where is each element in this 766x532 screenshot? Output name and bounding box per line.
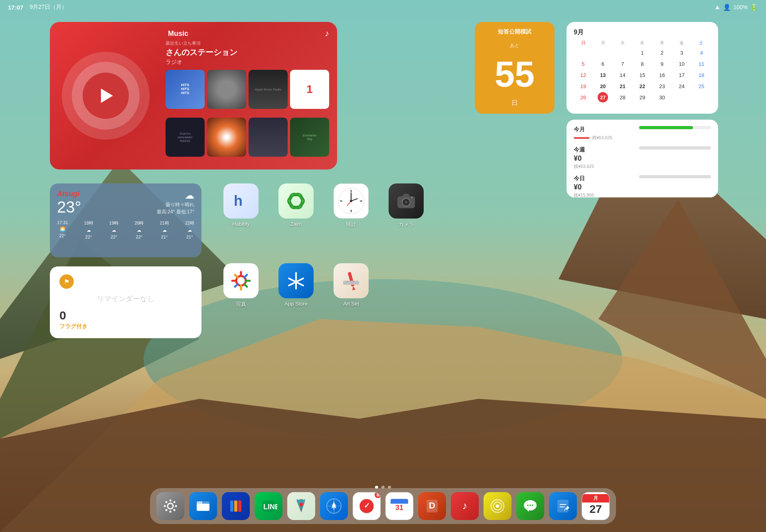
svg-rect-57 — [197, 501, 202, 504]
cal-cell: 1 — [637, 47, 648, 58]
dock-dict[interactable]: D — [418, 492, 446, 520]
gcal-icon: 31 — [389, 496, 410, 516]
cal-cell: 22 — [637, 81, 648, 91]
cal-cell: 12 — [578, 70, 588, 80]
dock-gcal[interactable]: 31 — [385, 492, 413, 520]
cal-cell: 5 — [578, 59, 588, 69]
station-3[interactable]: Apple Music Radio — [249, 70, 288, 109]
weather-h1-icon: ☁ — [87, 228, 91, 233]
app-artset[interactable]: Art Set — [334, 263, 369, 308]
calendar-widget[interactable]: 9月 日 月火水木金 土 1 2 3 4 5 6 7 8 9 10 11 12 … — [567, 22, 718, 114]
dock-files[interactable] — [189, 492, 217, 520]
cal-cell: 25 — [696, 81, 707, 91]
svg-point-50 — [175, 505, 177, 507]
files-icon — [194, 497, 212, 515]
station-1[interactable]: HITSHITSHITS — [166, 70, 205, 109]
app-row-1: h Habitify Zaim — [223, 183, 424, 228]
music-player-visual — [50, 22, 162, 169]
dock-messages[interactable] — [516, 492, 544, 520]
photos-label: 写真 — [236, 301, 246, 308]
music-station-title: さんのステーション — [166, 47, 329, 58]
countdown-number: 55 — [495, 56, 535, 92]
finance-month-label: 今月 — [574, 126, 612, 133]
station-8[interactable]: EnchanteSky — [290, 118, 329, 157]
music-subtitle: 最近生い立ち事項 — [166, 40, 329, 46]
svg-point-49 — [164, 505, 166, 507]
app-habitify[interactable]: h Habitify — [223, 183, 259, 228]
finance-month-remaining: 残¥63,625 — [592, 135, 612, 141]
person-icon: 👤 — [723, 4, 731, 11]
svg-point-26 — [405, 201, 407, 203]
svg-point-51 — [166, 501, 168, 503]
svg-point-46 — [168, 503, 173, 509]
reminders-widget[interactable]: ⚑ リマインダーなし 0 フラグ付き — [50, 266, 201, 338]
dock-goodtime[interactable] — [484, 492, 511, 520]
app-photos[interactable]: 写真 — [223, 263, 259, 308]
dock-music[interactable]: ♪ — [451, 492, 479, 520]
dict-icon: D — [423, 497, 441, 515]
finance-widget[interactable]: 今月 残¥63,625 今週 ¥0 残¥63,625 今日 ¥0 — [567, 120, 718, 197]
weather-info: Atsugi 23° ☁ 曇り時々晴れ最高:24° 最低:17° — [57, 190, 194, 216]
app-clock[interactable]: 時計 — [334, 183, 369, 228]
countdown-unit: 日 — [511, 99, 518, 107]
app-row-2: 写真 App Store Art Set — [223, 263, 369, 308]
app-camera[interactable]: カメラ — [389, 183, 424, 228]
svg-line-33 — [235, 275, 238, 278]
dock-goodnotes[interactable] — [549, 492, 577, 520]
finance-week-amount: ¥0 — [574, 154, 594, 163]
weather-h2-temp: 22° — [111, 234, 117, 239]
camera-label: カメラ — [399, 221, 414, 228]
dock-safari[interactable] — [320, 492, 348, 520]
calendar-grid: 1 2 3 4 5 6 7 8 9 10 11 12 13 14 15 16 1… — [574, 47, 711, 102]
cal-cell: 7 — [618, 59, 628, 69]
calendar-month: 9月 — [574, 28, 584, 37]
app-zaim[interactable]: Zaim — [278, 183, 314, 228]
station-6[interactable] — [207, 118, 246, 157]
reminders-empty-text: リマインダーなし — [59, 294, 192, 303]
svg-point-84 — [496, 504, 499, 508]
dock-maps[interactable] — [287, 492, 315, 520]
dock-books[interactable] — [222, 492, 250, 520]
weather-h3-temp: 22° — [136, 234, 142, 239]
svg-text:♪: ♪ — [462, 500, 468, 512]
dock-caldate[interactable]: 月 27 — [582, 492, 610, 520]
svg-point-21 — [350, 200, 352, 202]
music-widget[interactable]: Music ♪ 最近生い立ち事項 さんのステーション ラジオ HITSHITSH… — [50, 22, 337, 169]
svg-point-88 — [529, 504, 531, 506]
countdown-subtitle: あと — [510, 42, 519, 49]
apple-music-logo: Music — [166, 30, 188, 38]
dock-reminders[interactable]: ✓ 8 — [353, 492, 381, 520]
cal27-day: 27 — [582, 502, 609, 516]
clock-label: 時計 — [346, 221, 356, 228]
reminders-flag-label: フラグ付き — [59, 323, 192, 330]
dock-line[interactable]: LINE — [255, 492, 282, 520]
habitify-icon: h — [230, 190, 252, 212]
books-icon — [227, 497, 245, 515]
status-right: ▲ 👤 100% 🔋 — [714, 4, 758, 11]
cal-cell: 28 — [618, 92, 628, 102]
cal-cell: 24 — [677, 81, 687, 91]
station-4[interactable]: 1 — [290, 70, 329, 109]
dock-settings[interactable] — [156, 492, 184, 520]
countdown-widget[interactable]: 短答公開模試 あと 55 日 — [475, 22, 555, 114]
station-7[interactable] — [249, 118, 288, 157]
finance-month-redacted — [574, 137, 590, 139]
weather-h5-icon: ☁ — [188, 228, 192, 233]
reminders-flag-icon: ⚑ — [59, 274, 74, 289]
battery-level: 100% — [733, 4, 748, 10]
app-appstore[interactable]: App Store — [278, 263, 314, 308]
station-2[interactable] — [207, 70, 246, 109]
cal-cell: 8 — [637, 59, 648, 69]
cal-cell: 11 — [696, 59, 707, 69]
weather-widget[interactable]: Atsugi 23° ☁ 曇り時々晴れ最高:24° 最低:17° 17:31 🌅… — [50, 183, 201, 257]
play-button[interactable] — [82, 72, 130, 120]
station-5[interactable]: TOKYOHIGHWAYRADIO — [166, 118, 205, 157]
music-dock-icon: ♪ — [456, 497, 474, 515]
cal-cell: 18 — [696, 70, 707, 80]
weather-h0-time: 17:31 — [57, 220, 68, 225]
cal-cell — [578, 47, 588, 58]
finance-week-label: 今週 — [574, 146, 594, 154]
status-time: 17:07 — [8, 4, 23, 11]
cal-cell: 21 — [618, 81, 628, 91]
battery-icon: 🔋 — [750, 4, 758, 11]
